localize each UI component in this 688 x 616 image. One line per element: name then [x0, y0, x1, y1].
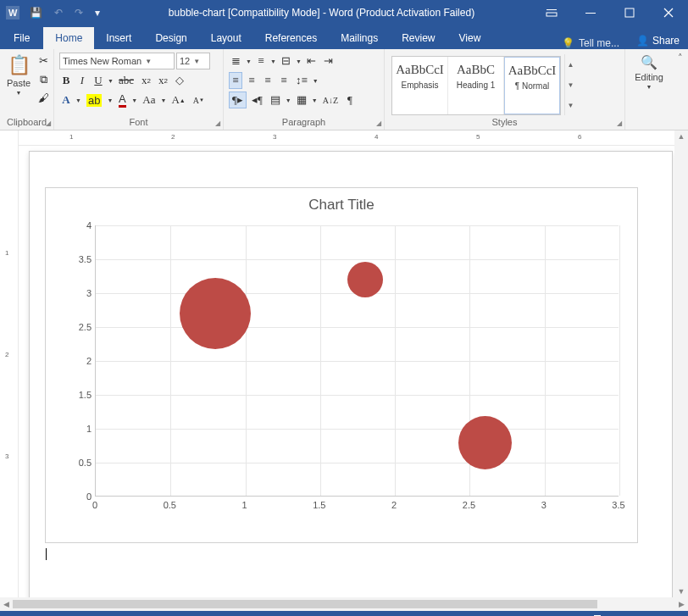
decrease-indent-icon[interactable]: ⇤ [304, 53, 319, 69]
styles-gallery[interactable]: AaBbCcIEmphasisAaBbCHeading 1AaBbCcI¶ No… [391, 56, 561, 115]
underline-button[interactable]: U [92, 72, 105, 89]
scroll-left-icon[interactable]: ◀ [0, 600, 13, 608]
styles-group-label: Styles [385, 115, 624, 130]
window-title: bubble-chart [Compatibility Mode] - Word… [103, 7, 532, 19]
horizontal-scrollbar[interactable]: ◀ ▶ [0, 597, 688, 611]
rtl-direction-icon[interactable]: ◂¶ [249, 92, 265, 108]
tell-me-search[interactable]: 💡 Tell me... [553, 37, 628, 49]
borders-icon[interactable]: ▦ [294, 92, 309, 108]
qat-customize-icon[interactable]: ▾ [92, 7, 103, 19]
align-center-icon[interactable]: ≡ [245, 72, 258, 89]
justify-icon[interactable]: ≡ [277, 72, 291, 89]
style-item--normal[interactable]: AaBbCcI¶ Normal [504, 57, 560, 114]
italic-button[interactable]: I [75, 72, 89, 89]
horizontal-ruler[interactable]: L 123456 [19, 130, 688, 146]
increase-indent-icon[interactable]: ⇥ [321, 53, 336, 69]
x-tick: 0 [92, 500, 97, 510]
style-item-emphasis[interactable]: AaBbCcIEmphasis [392, 57, 448, 114]
ribbon-options-icon[interactable] [532, 0, 571, 25]
shrink-font-icon[interactable]: A▼ [191, 92, 207, 108]
share-label: Share [652, 35, 680, 47]
font-name-combo[interactable]: Times New Roman▼ [59, 53, 175, 69]
minimize-icon[interactable] [571, 0, 610, 25]
paste-label: Paste [7, 78, 31, 88]
ltr-direction-icon[interactable]: ¶▸ [229, 92, 247, 108]
chart-bubble[interactable] [180, 278, 251, 349]
tell-me-label: Tell me... [579, 37, 619, 49]
save-icon[interactable]: 💾 [27, 7, 45, 19]
styles-more-icon[interactable]: ▼ [565, 95, 576, 115]
close-icon[interactable] [649, 0, 688, 25]
chart-bubble[interactable] [347, 262, 383, 297]
paste-button[interactable]: 📋 Paste ▼ [5, 53, 32, 115]
maximize-icon[interactable] [610, 0, 649, 25]
font-color-icon[interactable]: A [115, 92, 129, 108]
svg-rect-4 [585, 13, 596, 14]
highlight-icon[interactable]: ab [84, 92, 104, 108]
x-tick: 0.5 [164, 500, 176, 510]
text-effects-icon[interactable]: A [59, 92, 73, 108]
cut-icon[interactable]: ✂ [36, 53, 51, 69]
tab-design[interactable]: Design [143, 27, 198, 49]
editing-label: Editing [635, 72, 663, 82]
vertical-scrollbar[interactable]: ▲ ▼ [674, 130, 688, 597]
font-dialog-launcher-icon[interactable]: ◢ [215, 119, 220, 127]
clipboard-dialog-launcher-icon[interactable]: ◢ [46, 119, 51, 127]
align-right-icon[interactable]: ≡ [261, 72, 275, 89]
style-item-heading-1[interactable]: AaBbCHeading 1 [448, 57, 504, 114]
hruler-tick: 4 [375, 133, 378, 141]
vruler-tick: 1 [5, 249, 8, 257]
vertical-ruler[interactable]: 123 [0, 130, 19, 597]
chart-object[interactable]: Chart Title 00.511.522.533.5400.511.522.… [45, 187, 638, 543]
styles-dialog-launcher-icon[interactable]: ◢ [617, 119, 622, 127]
hruler-tick: 6 [578, 133, 581, 141]
show-marks-icon[interactable]: ¶ [343, 92, 357, 108]
tab-home[interactable]: Home [43, 27, 94, 49]
scroll-down-icon[interactable]: ▼ [678, 585, 685, 597]
y-tick: 3 [71, 288, 92, 298]
align-left-icon[interactable]: ≡ [229, 72, 242, 89]
editing-dropdown[interactable]: 🔍 Editing ▼ [633, 53, 665, 115]
undo-icon[interactable]: ↶ [52, 7, 65, 19]
share-icon: 👤 [636, 35, 649, 47]
tab-insert[interactable]: Insert [94, 27, 143, 49]
clear-formatting-icon[interactable]: ◇ [173, 72, 186, 89]
line-spacing-icon[interactable]: ↕≡ [293, 72, 310, 89]
grow-font-icon[interactable]: A▲ [169, 92, 187, 108]
title-bar: W 💾 ↶ ↷ ▾ bubble-chart [Compatibility Mo… [0, 0, 688, 25]
format-painter-icon[interactable]: 🖌 [36, 90, 52, 107]
document-page[interactable]: Chart Title 00.511.522.533.5400.511.522.… [29, 151, 673, 597]
svg-rect-5 [625, 8, 634, 17]
sort-icon[interactable]: A↓Z [320, 92, 341, 108]
redo-icon[interactable]: ↷ [72, 7, 86, 19]
paragraph-dialog-launcher-icon[interactable]: ◢ [376, 119, 381, 127]
lightbulb-icon: 💡 [562, 37, 574, 49]
share-button[interactable]: 👤 Share [628, 32, 688, 49]
chart-title: Chart Title [46, 188, 637, 217]
tab-view[interactable]: View [447, 27, 493, 49]
bullets-icon[interactable]: ≣ [229, 53, 243, 69]
styles-scroll-up-icon[interactable]: ▲ [565, 54, 576, 75]
numbering-icon[interactable]: ≡ [254, 53, 268, 69]
x-tick: 2 [391, 500, 397, 510]
tab-review[interactable]: Review [390, 27, 447, 49]
subscript-button[interactable]: x2 [139, 72, 153, 89]
collapse-ribbon-icon[interactable]: ˄ [678, 53, 683, 64]
superscript-button[interactable]: x2 [156, 72, 170, 89]
styles-scroll-down-icon[interactable]: ▼ [565, 75, 576, 95]
tab-layout[interactable]: Layout [199, 27, 253, 49]
tab-references[interactable]: References [253, 27, 329, 49]
scroll-up-icon[interactable]: ▲ [678, 130, 685, 142]
change-case-button[interactable]: Aa [140, 92, 158, 108]
tab-file[interactable]: File [0, 27, 43, 49]
strikethrough-button[interactable]: abc [116, 72, 136, 89]
scroll-right-icon[interactable]: ▶ [675, 600, 688, 608]
chart-bubble[interactable] [458, 416, 512, 469]
bold-button[interactable]: B [59, 72, 73, 89]
tab-mailings[interactable]: Mailings [329, 27, 390, 49]
y-tick: 2.5 [71, 322, 92, 332]
multilevel-list-icon[interactable]: ⊟ [279, 53, 293, 69]
font-size-combo[interactable]: 12▼ [176, 53, 210, 69]
shading-icon[interactable]: ▤ [268, 92, 283, 108]
copy-icon[interactable]: ⧉ [37, 71, 51, 88]
